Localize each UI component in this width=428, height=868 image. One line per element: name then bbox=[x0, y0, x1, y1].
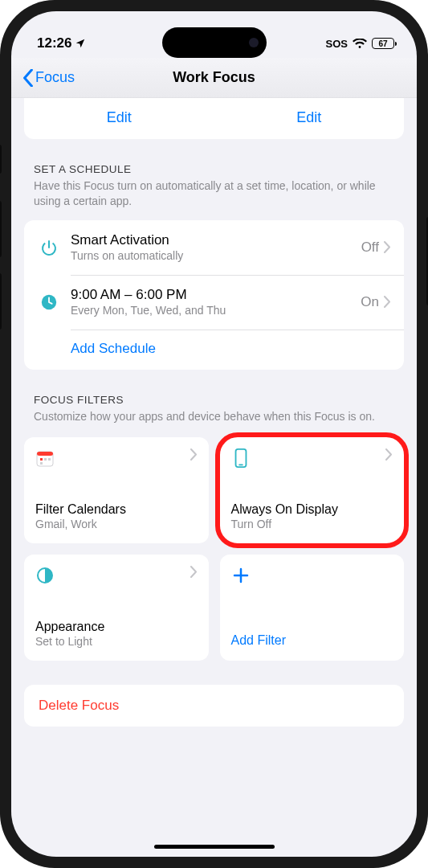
device-frame: 12:26 SOS 67 Focus Work Focus Edit Edit bbox=[0, 0, 428, 868]
edit-row: Edit Edit bbox=[24, 98, 404, 139]
clock-icon bbox=[40, 293, 58, 311]
battery-icon: 67 bbox=[372, 38, 394, 49]
filters-subtitle: Customize how your apps and device behav… bbox=[34, 409, 394, 424]
filter-sub: Gmail, Work bbox=[35, 518, 198, 530]
chevron-right-icon bbox=[190, 566, 198, 578]
status-sos: SOS bbox=[326, 38, 348, 50]
screen: 12:26 SOS 67 Focus Work Focus Edit Edit bbox=[11, 11, 417, 857]
add-filter-card[interactable]: Add Filter bbox=[220, 555, 405, 661]
status-time: 12:26 bbox=[37, 35, 71, 51]
nav-bar: Focus Work Focus bbox=[11, 58, 417, 98]
smart-activation-row[interactable]: Smart Activation Turns on automatically … bbox=[24, 220, 404, 275]
time-schedule-row[interactable]: 9:00 AM – 6:00 PM Every Mon, Tue, Wed, a… bbox=[24, 275, 404, 330]
back-label: Focus bbox=[35, 69, 75, 86]
delete-label: Delete Focus bbox=[39, 698, 389, 714]
row-sub: Turns on automatically bbox=[71, 249, 361, 262]
wifi-icon bbox=[353, 39, 367, 49]
chevron-right-icon bbox=[385, 448, 393, 461]
dynamic-island bbox=[162, 27, 267, 58]
edit-right-button[interactable]: Edit bbox=[214, 109, 405, 126]
row-title: Smart Activation bbox=[71, 232, 361, 248]
always-on-display-card[interactable]: Always On Display Turn Off bbox=[215, 432, 410, 548]
volume-down bbox=[0, 273, 2, 330]
schedule-title: SET A SCHEDULE bbox=[34, 163, 394, 175]
row-title: 9:00 AM – 6:00 PM bbox=[71, 287, 361, 303]
page-title: Work Focus bbox=[173, 69, 255, 86]
chevron-left-icon bbox=[22, 69, 34, 87]
location-icon bbox=[75, 38, 86, 49]
calendar-icon bbox=[35, 448, 55, 468]
row-value: Off bbox=[361, 240, 379, 256]
filters-title: FOCUS FILTERS bbox=[34, 394, 394, 406]
filter-sub: Turn Off bbox=[231, 518, 393, 530]
add-schedule-button[interactable]: Add Schedule bbox=[24, 330, 404, 370]
edit-left-button[interactable]: Edit bbox=[24, 109, 214, 126]
svg-rect-5 bbox=[40, 458, 43, 461]
svg-rect-4 bbox=[37, 452, 53, 456]
power-icon bbox=[39, 238, 59, 257]
filter-calendars-card[interactable]: Filter Calendars Gmail, Work bbox=[24, 437, 209, 543]
filter-sub: Set to Light bbox=[35, 635, 198, 648]
row-sub: Every Mon, Tue, Wed, and Thu bbox=[71, 304, 361, 317]
appearance-icon bbox=[35, 566, 55, 585]
chevron-right-icon bbox=[190, 448, 198, 461]
back-button[interactable]: Focus bbox=[22, 69, 75, 87]
schedule-group: Smart Activation Turns on automatically … bbox=[24, 220, 404, 370]
chevron-right-icon bbox=[384, 296, 391, 308]
filter-title: Always On Display bbox=[231, 502, 393, 517]
schedule-subtitle: Have this Focus turn on automatically at… bbox=[34, 178, 394, 209]
svg-rect-6 bbox=[44, 458, 47, 461]
plus-icon bbox=[231, 566, 251, 585]
phone-icon bbox=[231, 448, 251, 468]
volume-up bbox=[0, 201, 2, 257]
home-indicator[interactable] bbox=[154, 845, 275, 849]
chevron-right-icon bbox=[384, 241, 391, 253]
appearance-card[interactable]: Appearance Set to Light bbox=[24, 555, 209, 661]
filters-section-header: FOCUS FILTERS Customize how your apps an… bbox=[11, 370, 417, 428]
svg-rect-7 bbox=[48, 458, 51, 461]
add-filter-label: Add Filter bbox=[231, 633, 393, 648]
filters-grid: Filter Calendars Gmail, Work Always On D… bbox=[24, 437, 404, 661]
row-value: On bbox=[361, 294, 379, 310]
battery-percent: 67 bbox=[378, 39, 387, 48]
schedule-section-header: SET A SCHEDULE Have this Focus turn on a… bbox=[11, 139, 417, 212]
filter-title: Appearance bbox=[35, 620, 198, 634]
svg-rect-8 bbox=[40, 462, 43, 465]
filter-title: Filter Calendars bbox=[35, 502, 198, 517]
mute-switch bbox=[0, 145, 2, 174]
delete-focus-button[interactable]: Delete Focus bbox=[24, 685, 404, 727]
